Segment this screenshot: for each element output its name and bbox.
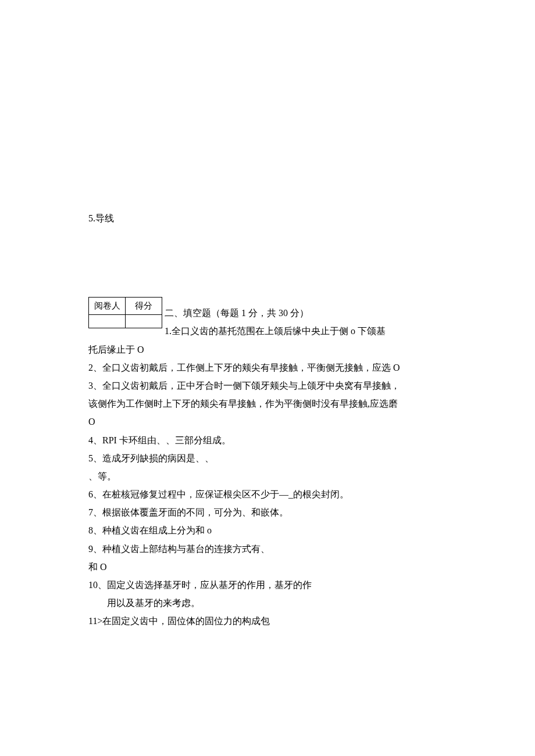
question-3-line-a: 3、全口义齿初戴后，正中牙合时一侧下颌牙颊尖与上颌牙中央窝有早接触， [88, 377, 447, 395]
question-3-line-c: O [88, 413, 447, 431]
question-11: 11>在固定义齿中，固位体的固位力的构成包 [88, 612, 447, 630]
page-content: 5.导线 阅卷人 得分 二、填空题（每题 1 分，共 30 分） 1.全口义齿的… [0, 0, 535, 630]
score-table: 阅卷人 得分 [88, 297, 162, 328]
vertical-spacer [88, 227, 447, 296]
score-header-score: 得分 [126, 298, 162, 315]
question-10-line-a: 10、固定义齿选择基牙时，应从基牙的作用，基牙的作 [88, 576, 447, 594]
score-header-grader: 阅卷人 [89, 298, 126, 315]
question-9-line-b: 和 O [88, 558, 447, 576]
question-9-line-a: 9、种植义齿上部结构与基台的连接方式有、 [88, 540, 447, 558]
question-6: 6、在桩核冠修复过程中，应保证根尖区不少于—_的根尖封闭。 [88, 485, 447, 503]
score-cell-grader [89, 315, 126, 328]
question-3-line-b: 该侧作为工作侧时上下牙的颊尖有早接触，作为平衡侧时没有早接触,应选磨 [88, 395, 447, 413]
question-1-line-b: 托后缘止于 O [88, 341, 447, 359]
question-5-line-a: 5、造成牙列缺损的病因是、、 [88, 449, 447, 467]
question-10-line-b: 用以及基牙的来考虑。 [88, 594, 447, 612]
question-7: 7、根据嵌体覆盖牙面的不同，可分为、和嵌体。 [88, 503, 447, 521]
question-5-daoxian: 5.导线 [88, 209, 447, 227]
question-5-line-b: 、等。 [88, 467, 447, 485]
question-8: 8、种植义齿在组成上分为和 o [88, 521, 447, 539]
question-2: 2、全口义齿初戴后，工作侧上下牙的颊尖有早接触，平衡侧无接触，应选 O [88, 359, 447, 377]
score-cell-score [126, 315, 162, 328]
question-4: 4、RPI 卡环组由、、三部分组成。 [88, 431, 447, 449]
